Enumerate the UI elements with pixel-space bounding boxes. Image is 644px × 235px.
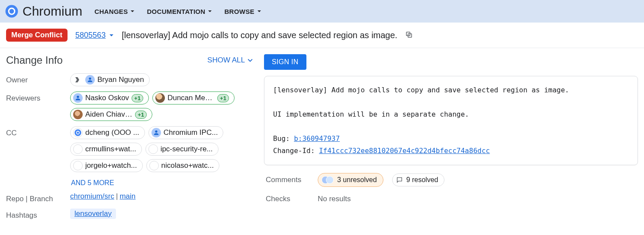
person-icon [85,75,95,85]
hashtags-row: Hashtags lensoverlay [6,206,253,222]
brand[interactable]: Chromium [5,4,82,19]
copy-icon[interactable] [405,31,413,40]
empty-avatar-icon [73,161,83,170]
cc-chip[interactable]: crmullins+wat... [70,143,142,156]
nav-browse[interactable]: BROWSE [224,8,261,15]
cc-chip[interactable]: ipc-security-re... [145,143,219,156]
checks-label: Checks [266,195,309,203]
attention-icon [73,75,83,85]
change-info-panel: Change Info SHOW ALL Owner Bryan Nguyen [6,54,253,222]
hashtags-label: Hashtags [6,209,67,220]
vote-badge: +1 [217,94,229,102]
svg-point-6 [77,96,79,98]
avatar-stack-icon [322,176,334,184]
sign-in-button[interactable]: SIGN IN [264,54,306,70]
show-all-button[interactable]: SHOW ALL [207,56,253,65]
chromium-logo-icon [73,128,83,137]
chromium-logo-icon [5,5,18,18]
person-icon [73,93,83,103]
empty-avatar-icon [73,144,83,154]
vote-badge: +1 [132,94,143,102]
change-detail-panel: SIGN IN [lensoverlay] Add mojo calls to … [264,54,638,203]
checks-row: Checks No results [264,187,638,203]
unresolved-comments-pill[interactable]: 3 unresolved [318,173,383,187]
reviewer-chip[interactable]: Aiden Chiavatti +1 [70,108,152,121]
hashtag-chip[interactable]: lensoverlay [70,209,116,219]
svg-point-10 [155,131,157,133]
commit-subject: [lensoverlay] Add mojo calls to copy and… [273,86,569,94]
change-subheader: Merge Conflict 5805563 [lensoverlay] Add… [0,23,644,48]
caret-down-icon [130,9,135,13]
caret-down-icon [109,33,114,38]
cc-row: CC dcheng (OOO ... Chromium IPC... cr [6,124,253,189]
owner-name: Bryan Nguyen [97,75,144,84]
comments-label: Comments [266,176,309,184]
commit-message-box: [lensoverlay] Add mojo calls to copy and… [264,76,638,165]
reviewer-chip[interactable]: Nasko Oskov +1 [70,91,149,104]
avatar-photo [155,93,165,103]
repo-link[interactable]: chromium/src [70,192,114,201]
change-title: [lensoverlay] Add mojo calls to copy and… [122,30,397,40]
empty-avatar-icon [149,161,159,170]
cc-label: CC [6,126,67,137]
bug-link[interactable]: b:360947937 [294,134,340,143]
resolved-comments-pill[interactable]: 9 resolved [392,173,445,186]
cc-and-more[interactable]: AND 5 MORE [70,179,114,187]
reviewer-chip[interactable]: Duncan Mercer +1 [152,91,235,104]
person-icon [151,128,161,137]
top-nav: Chromium CHANGES DOCUMENTATION BROWSE [0,0,644,23]
svg-point-2 [10,9,14,14]
comment-icon [396,176,403,183]
owner-chip[interactable]: Bryan Nguyen [70,73,150,86]
repo-branch-row: Repo | Branch chromium/src | main [6,189,253,206]
main-content: Change Info SHOW ALL Owner Bryan Nguyen [0,48,644,235]
avatar-photo [73,110,83,119]
comments-row: Comments 3 unresolved 9 resolved [264,165,638,187]
nav-changes[interactable]: CHANGES [94,8,135,15]
bug-label: Bug: [273,134,294,143]
checks-value: No results [318,195,351,203]
svg-point-5 [89,78,91,80]
cc-chip[interactable]: Chromium IPC... [148,126,224,139]
owner-row: Owner Bryan Nguyen [6,71,253,89]
owner-label: Owner [6,73,67,85]
empty-avatar-icon [148,144,158,154]
reviewers-row: Reviewers Nasko Oskov +1 Duncan Mercer +… [6,89,253,124]
change-number-dropdown[interactable]: 5805563 [75,31,114,40]
changeid-label: Change-Id: [273,147,319,155]
commit-body: UI implementation will be in a separate … [273,110,469,118]
cc-chip[interactable]: nicolaso+watc... [146,159,219,172]
change-info-title: Change Info [6,54,63,66]
brand-text: Chromium [23,4,82,19]
svg-point-9 [77,131,79,134]
caret-down-icon [257,9,261,13]
repo-branch-label: Repo | Branch [6,192,67,203]
caret-down-icon [208,9,212,13]
cc-chip[interactable]: dcheng (OOO ... [70,126,145,139]
reviewers-label: Reviewers [6,91,67,103]
changeid-link[interactable]: If41ccc732ee88102067e4c922d4bfecc74a86dc… [319,147,490,155]
chevron-down-icon [248,58,253,63]
vote-badge: +1 [135,111,147,119]
cc-chip[interactable]: jorgelo+watch... [70,159,143,172]
merge-conflict-badge: Merge Conflict [6,29,68,42]
branch-link[interactable]: main [119,192,135,201]
nav-documentation[interactable]: DOCUMENTATION [147,8,212,15]
